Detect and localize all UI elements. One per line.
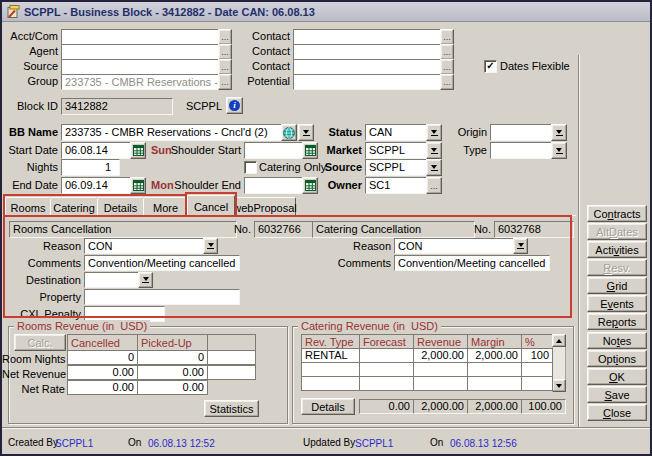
catering-only-checkbox[interactable] — [244, 161, 257, 174]
group-lov-button[interactable]: ... — [218, 74, 232, 90]
type-field[interactable] — [490, 142, 558, 159]
catering-row2-margin[interactable] — [467, 362, 522, 377]
nights-field[interactable]: 1 — [61, 159, 120, 176]
rooms-comments-field[interactable]: Convention/Meeting cancelled — [84, 255, 240, 271]
market-dropdown-button[interactable] — [426, 142, 442, 159]
market-field[interactable]: SCPPL — [365, 142, 433, 159]
bb-name-globe-button[interactable] — [281, 124, 297, 141]
reports-button[interactable]: Reports — [587, 313, 647, 330]
catering-row2-forecast[interactable] — [359, 362, 414, 377]
close-button[interactable]: Close — [587, 404, 647, 421]
notes-button[interactable]: Notes — [587, 332, 647, 349]
calc-button[interactable]: Calc. — [14, 334, 66, 351]
catering-reason-dropdown-button[interactable] — [513, 238, 528, 254]
owner-field[interactable]: SC1 — [365, 177, 433, 194]
catering-comments-field[interactable]: Convention/Meeting cancelled — [394, 255, 550, 271]
contact1-lov-button[interactable]: ... — [440, 29, 454, 45]
tab-cancel[interactable]: Cancel — [187, 195, 235, 217]
bb-name-field[interactable]: 233735 - CMBR Reservations - Cncl'd (2) — [61, 124, 288, 141]
destination-field[interactable] — [84, 272, 145, 288]
catering-row-revtype[interactable]: RENTAL — [301, 348, 360, 363]
catering-row-percent[interactable]: 100 — [521, 348, 553, 363]
save-button[interactable]: Save — [587, 386, 647, 403]
catering-row2-revtype[interactable] — [301, 362, 360, 377]
status-field[interactable]: CAN — [365, 124, 433, 141]
alt-dates-button[interactable]: Alt Dates — [587, 223, 647, 240]
owner-lov-button[interactable]: ... — [426, 177, 442, 194]
contracts-button[interactable]: Contracts — [587, 205, 647, 222]
rooms-reason-dropdown-button[interactable] — [203, 238, 218, 254]
contact2-field[interactable] — [293, 44, 447, 60]
catering-row-revenue[interactable]: 2,000.00 — [413, 348, 468, 363]
catering-row3-revenue[interactable] — [413, 376, 468, 391]
dropdown-arrow-icon — [431, 148, 438, 154]
source-field[interactable] — [61, 59, 225, 75]
title-bar[interactable]: SCPPL - Business Block - 3412882 - Date … — [2, 2, 650, 22]
tab-catering[interactable]: Catering — [50, 197, 98, 217]
ok-button[interactable]: OK — [587, 368, 647, 385]
catering-row-forecast[interactable] — [359, 348, 414, 363]
catering-row3-forecast[interactable] — [359, 376, 414, 391]
potential-field[interactable] — [293, 74, 447, 90]
contact3-field[interactable] — [293, 59, 447, 75]
source2-dropdown-button[interactable] — [426, 159, 442, 176]
group-field[interactable]: 233735 - CMBR Reservations - Cncl'd — [61, 74, 225, 90]
net-revenue-label: Net Revenue — [2, 367, 65, 381]
shoulder-start-field[interactable] — [244, 142, 309, 159]
arrow-down-icon — [556, 384, 562, 388]
source2-field[interactable]: SCPPL — [365, 159, 433, 176]
updated-by-value: SCPPL1 — [355, 437, 415, 451]
catering-row3-margin[interactable] — [467, 376, 522, 391]
property-field[interactable] — [84, 289, 240, 305]
tab-details[interactable]: Details — [97, 197, 144, 217]
updated-on-label: On — [430, 436, 448, 450]
shoulder-end-label: Shoulder End — [165, 178, 241, 192]
dates-flexible-checkbox[interactable]: ✓ — [484, 60, 497, 73]
agent-field[interactable] — [61, 44, 225, 60]
origin-dropdown-button[interactable] — [551, 124, 567, 141]
rooms-reason-field[interactable]: CON — [84, 238, 210, 254]
catering-row-margin[interactable]: 2,000.00 — [467, 348, 522, 363]
tab-rooms[interactable]: Rooms — [5, 197, 51, 217]
end-date-calendar-button[interactable] — [130, 177, 146, 194]
tab-more[interactable]: More — [143, 197, 188, 217]
contact2-lov-button[interactable]: ... — [440, 44, 454, 60]
contact1-field[interactable] — [293, 29, 447, 45]
group-label: Group — [2, 74, 58, 88]
rooms-revenue-col-blank — [207, 334, 256, 351]
contact3-lov-button[interactable]: ... — [440, 59, 454, 75]
grid-button[interactable]: Grid — [587, 277, 647, 294]
catering-row2-percent[interactable] — [521, 362, 553, 377]
shoulder-end-field[interactable] — [244, 177, 309, 194]
cxl-penalty-label: CXL Penalty — [8, 307, 81, 321]
end-date-field[interactable]: 06.09.14 — [61, 177, 137, 194]
agent-lov-button[interactable]: ... — [218, 44, 232, 60]
destination-dropdown-button[interactable] — [138, 272, 153, 288]
catering-reason-field[interactable]: CON — [394, 238, 520, 254]
activities-button[interactable]: Activities — [587, 241, 647, 258]
details-button[interactable]: Details — [301, 398, 355, 415]
catering-row3-percent[interactable] — [521, 376, 553, 391]
catering-row2-revenue[interactable] — [413, 362, 468, 377]
origin-field[interactable] — [490, 124, 558, 141]
dropdown-arrow-icon — [303, 130, 310, 136]
start-date-field[interactable]: 06.08.14 — [61, 142, 137, 159]
events-button[interactable]: Events — [587, 295, 647, 312]
resv-button[interactable]: Resv. — [587, 259, 647, 276]
status-dropdown-button[interactable] — [426, 124, 442, 141]
scroll-down-button[interactable] — [552, 379, 566, 392]
options-button[interactable]: Options — [587, 350, 647, 367]
property-info-button[interactable]: i — [226, 97, 243, 114]
type-dropdown-button[interactable] — [551, 142, 567, 159]
start-date-calendar-button[interactable] — [130, 142, 146, 159]
potential-lov-button[interactable]: ... — [440, 74, 454, 90]
statistics-button[interactable]: Statistics — [204, 400, 259, 417]
tab-webproposal[interactable]: webProposal — [234, 197, 296, 217]
catering-col-forecast: Forecast — [359, 334, 414, 349]
catering-row3-revtype[interactable] — [301, 376, 360, 391]
acctcom-field[interactable] — [61, 29, 225, 45]
source-lov-button[interactable]: ... — [218, 59, 232, 75]
acctcom-lov-button[interactable]: ... — [218, 29, 232, 45]
contact1-label: Contact — [244, 29, 290, 43]
scroll-up-button[interactable] — [552, 334, 566, 347]
